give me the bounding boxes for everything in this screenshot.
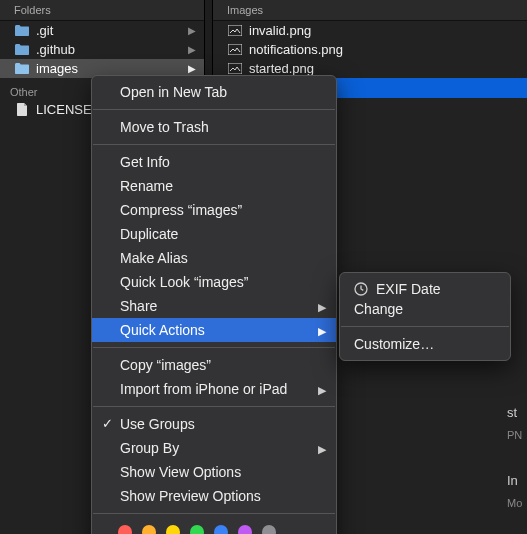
menu-open-new-tab[interactable]: Open in New Tab: [92, 80, 336, 104]
tag-dot-red[interactable]: [118, 525, 132, 534]
menu-group-by[interactable]: Group By ▶: [92, 436, 336, 460]
folder-icon: [14, 25, 30, 36]
info-line: In: [507, 473, 527, 497]
menu-separator: [93, 144, 335, 145]
chevron-right-icon: ▶: [318, 298, 326, 316]
menu-separator: [93, 513, 335, 514]
menu-use-groups[interactable]: ✓ Use Groups: [92, 412, 336, 436]
image-label: notifications.png: [249, 42, 343, 57]
tag-dot-yellow[interactable]: [166, 525, 180, 534]
menu-get-info[interactable]: Get Info: [92, 150, 336, 174]
context-menu: Open in New Tab Move to Trash Get Info R…: [91, 75, 337, 534]
folder-row-git[interactable]: .git ▶: [0, 21, 204, 40]
chevron-right-icon: ▶: [188, 63, 196, 74]
tag-color-row: [92, 519, 336, 534]
folder-icon: [14, 44, 30, 55]
image-file-icon: [227, 63, 243, 74]
clock-icon: [354, 282, 370, 300]
image-file-icon: [227, 25, 243, 36]
submenu-exif[interactable]: EXIF Date Change: [340, 277, 510, 321]
menu-copy[interactable]: Copy “images”: [92, 353, 336, 377]
menu-show-preview-options[interactable]: Show Preview Options: [92, 484, 336, 508]
menu-rename[interactable]: Rename: [92, 174, 336, 198]
menu-label: Import from iPhone or iPad: [120, 381, 287, 397]
chevron-right-icon: ▶: [318, 381, 326, 399]
tag-dot-purple[interactable]: [238, 525, 252, 534]
svg-rect-1: [228, 44, 242, 55]
folder-row-github[interactable]: .github ▶: [0, 40, 204, 59]
check-icon: ✓: [102, 415, 113, 433]
quick-actions-submenu: EXIF Date Change Customize…: [339, 272, 511, 361]
submenu-customize[interactable]: Customize…: [340, 332, 510, 356]
menu-import[interactable]: Import from iPhone or iPad ▶: [92, 377, 336, 401]
folder-label: images: [36, 61, 78, 76]
folder-label: .github: [36, 42, 75, 57]
menu-label: Quick Actions: [120, 322, 205, 338]
menu-label: Share: [120, 298, 157, 314]
menu-quick-look[interactable]: Quick Look “images”: [92, 270, 336, 294]
menu-compress[interactable]: Compress “images”: [92, 198, 336, 222]
menu-share[interactable]: Share ▶: [92, 294, 336, 318]
chevron-right-icon: ▶: [188, 25, 196, 36]
folder-label: .git: [36, 23, 53, 38]
image-file-icon: [227, 44, 243, 55]
menu-move-to-trash[interactable]: Move to Trash: [92, 115, 336, 139]
tag-dot-gray[interactable]: [262, 525, 276, 534]
info-line: Mo: [507, 497, 527, 521]
info-line: st: [507, 405, 527, 429]
chevron-right-icon: ▶: [318, 322, 326, 340]
info-line: PN: [507, 429, 527, 453]
image-row-notifications[interactable]: notifications.png: [213, 40, 527, 59]
menu-quick-actions[interactable]: Quick Actions ▶: [92, 318, 336, 342]
folder-icon: [14, 63, 30, 74]
file-label: LICENSE: [36, 102, 92, 117]
menu-separator: [93, 406, 335, 407]
images-header: Images: [213, 0, 527, 21]
image-label: invalid.png: [249, 23, 311, 38]
image-label: started.png: [249, 61, 314, 76]
chevron-right-icon: ▶: [188, 44, 196, 55]
menu-separator: [341, 326, 509, 327]
tag-dot-orange[interactable]: [142, 525, 156, 534]
menu-label: Group By: [120, 440, 179, 456]
info-snippet: st PN In Mo: [507, 405, 527, 521]
menu-separator: [93, 347, 335, 348]
document-icon: [14, 103, 30, 116]
folders-header: Folders: [0, 0, 204, 21]
tag-dot-blue[interactable]: [214, 525, 228, 534]
menu-label: Use Groups: [120, 416, 195, 432]
image-row-invalid[interactable]: invalid.png: [213, 21, 527, 40]
tag-dot-green[interactable]: [190, 525, 204, 534]
chevron-right-icon: ▶: [318, 440, 326, 458]
menu-separator: [93, 109, 335, 110]
menu-make-alias[interactable]: Make Alias: [92, 246, 336, 270]
menu-show-view-options[interactable]: Show View Options: [92, 460, 336, 484]
menu-duplicate[interactable]: Duplicate: [92, 222, 336, 246]
svg-rect-2: [228, 63, 242, 74]
svg-rect-0: [228, 25, 242, 36]
